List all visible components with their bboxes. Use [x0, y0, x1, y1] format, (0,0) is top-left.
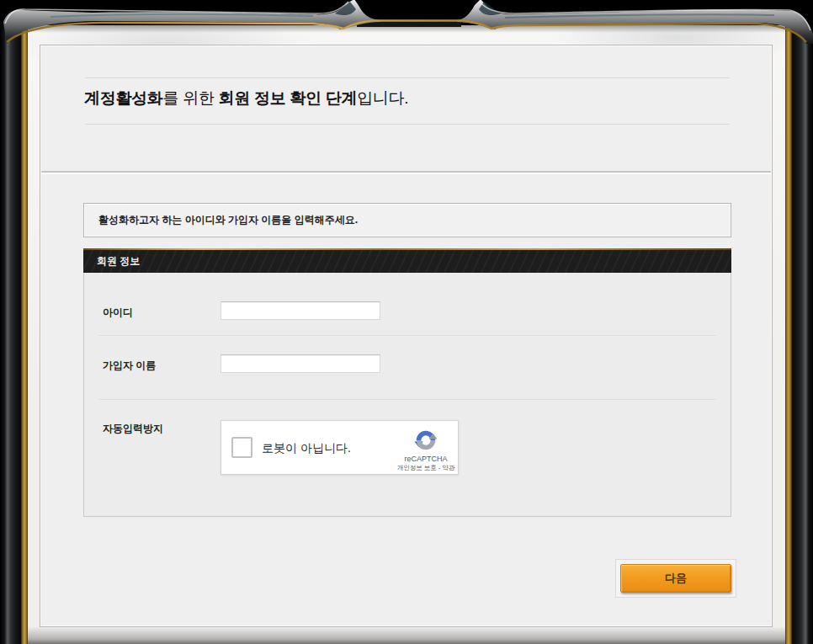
- page-title: 계정활성화를 위한 회원 정보 확인 단계입니다.: [84, 88, 408, 109]
- id-input[interactable]: [221, 301, 380, 320]
- recaptcha-icon: [413, 428, 438, 453]
- title-rule-bottom: [85, 124, 730, 125]
- bottom-shadow: [28, 627, 785, 644]
- decorative-frame-right: [785, 24, 813, 644]
- terms-link[interactable]: 약관: [442, 464, 454, 471]
- recaptcha-branding: reCAPTCHA 개인정보 보호 - 약관: [399, 428, 453, 472]
- notice-text: 활성화하고자 하는 아이디와 가입자 이름을 입력해주세요.: [98, 213, 358, 227]
- captcha-label: 자동입력방지: [103, 422, 163, 436]
- next-button[interactable]: 다음: [620, 564, 731, 593]
- section-divider: [41, 171, 771, 173]
- id-label: 아이디: [103, 306, 133, 320]
- decorative-frame-top: [0, 0, 813, 49]
- decorative-frame-left: [0, 24, 28, 644]
- title-normal-2: 입니다.: [357, 89, 408, 107]
- title-rule-top: [85, 77, 730, 78]
- title-bold-1: 계정활성화: [84, 89, 163, 107]
- content-panel: 계정활성화를 위한 회원 정보 확인 단계입니다. 활성화하고자 하는 아이디와…: [40, 45, 773, 627]
- recaptcha-checkbox-label: 로봇이 아닙니다.: [262, 421, 351, 476]
- title-normal-1: 를 위한: [163, 89, 219, 107]
- recaptcha-brand-text: reCAPTCHA: [404, 455, 447, 463]
- privacy-link[interactable]: 개인정보 보호: [397, 464, 437, 471]
- notice-box: 활성화하고자 하는 아이디와 가입자 이름을 입력해주세요.: [83, 203, 731, 237]
- subscriber-name-label: 가입자 이름: [103, 359, 156, 373]
- row-divider: [98, 335, 716, 336]
- member-info-form: 아이디 가입자 이름 자동입력방지 로봇이 아닙니다. reCAPTCHA: [83, 273, 731, 517]
- activation-page: 계정활성화를 위한 회원 정보 확인 단계입니다. 활성화하고자 하는 아이디와…: [0, 0, 813, 644]
- member-info-header-bar: 회원 정보: [83, 248, 731, 273]
- recaptcha-widget: 로봇이 아닙니다. reCAPTCHA 개인정보 보호 - 약관: [221, 420, 459, 475]
- member-info-header-label: 회원 정보: [97, 250, 140, 273]
- subscriber-name-input[interactable]: [221, 354, 380, 373]
- recaptcha-checkbox[interactable]: [231, 437, 252, 458]
- recaptcha-links: 개인정보 보호 - 약관: [397, 464, 455, 472]
- gold-accent-line: [83, 248, 731, 250]
- row-divider: [98, 399, 716, 400]
- title-bold-2: 회원 정보 확인 단계: [219, 89, 358, 107]
- next-button-wrap: 다음: [615, 559, 736, 598]
